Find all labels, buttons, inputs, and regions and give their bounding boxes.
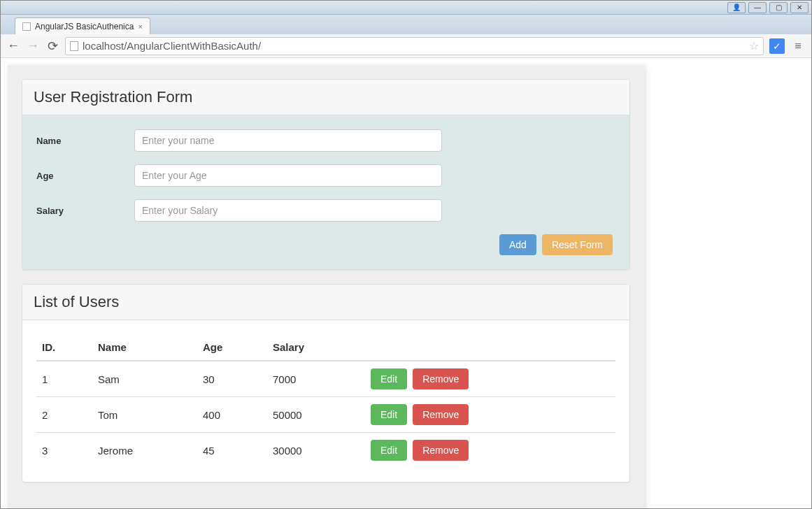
form-actions: Add Reset Form [36, 234, 615, 255]
cell-age: 30 [197, 361, 267, 397]
remove-button[interactable]: Remove [413, 404, 469, 425]
cell-age: 400 [197, 397, 267, 433]
registration-form: Name Age Salary Add Reset Form [22, 115, 629, 269]
cell-actions: EditRemove [365, 397, 615, 433]
cell-salary: 7000 [267, 361, 365, 397]
col-header-name: Name [92, 334, 197, 361]
site-icon [70, 41, 78, 51]
window-title-bar: 👤 — ▢ ✕ [1, 1, 811, 15]
edit-button[interactable]: Edit [371, 440, 407, 461]
edit-button[interactable]: Edit [371, 404, 407, 425]
cell-id: 3 [36, 433, 92, 468]
page-container: User Registration Form Name Age Salary [8, 65, 644, 508]
add-button[interactable]: Add [499, 234, 536, 255]
age-input[interactable] [134, 164, 442, 187]
remove-button[interactable]: Remove [413, 368, 469, 389]
user-icon[interactable]: 👤 [727, 2, 746, 13]
cell-salary: 30000 [267, 433, 365, 468]
cell-actions: EditRemove [365, 433, 615, 468]
reset-form-button[interactable]: Reset Form [542, 234, 613, 255]
cell-salary: 50000 [267, 397, 365, 433]
cell-id: 2 [36, 397, 92, 433]
maximize-button[interactable]: ▢ [769, 2, 788, 13]
hamburger-menu-icon[interactable]: ≡ [790, 38, 806, 54]
cell-id: 1 [36, 361, 92, 397]
nav-bar: ← → ⟳ localhost/AngularClientWithBasicAu… [1, 34, 811, 58]
cell-name: Jerome [92, 433, 197, 468]
edit-button[interactable]: Edit [371, 368, 407, 389]
browser-tab[interactable]: AngularJS BasicAuthenica × [15, 17, 150, 34]
users-list-title: List of Users [22, 285, 629, 320]
col-header-actions [365, 334, 615, 361]
col-header-salary: Salary [267, 334, 365, 361]
table-row: 1Sam307000EditRemove [36, 361, 615, 397]
address-bar[interactable]: localhost/AngularClientWithBasicAuth/ ☆ [65, 37, 764, 55]
form-row-name: Name [36, 129, 615, 152]
forward-button[interactable]: → [26, 39, 40, 53]
url-text: localhost/AngularClientWithBasicAuth/ [83, 40, 745, 52]
back-button[interactable]: ← [6, 39, 20, 53]
bookmark-star-icon[interactable]: ☆ [749, 39, 759, 52]
extension-button[interactable]: ✓ [769, 38, 785, 54]
tab-title: AngularJS BasicAuthenica [35, 22, 134, 31]
tab-strip: AngularJS BasicAuthenica × [1, 15, 811, 34]
col-header-age: Age [197, 334, 267, 361]
cell-actions: EditRemove [365, 361, 615, 397]
name-label: Name [36, 136, 134, 146]
cell-age: 45 [197, 433, 267, 468]
salary-input[interactable] [134, 199, 442, 222]
col-header-id: ID. [36, 334, 92, 361]
cell-name: Tom [92, 397, 197, 433]
page-viewport[interactable]: User Registration Form Name Age Salary [1, 58, 811, 508]
registration-panel: User Registration Form Name Age Salary [22, 79, 630, 270]
table-row: 3Jerome4530000EditRemove [36, 433, 615, 468]
close-window-button[interactable]: ✕ [790, 2, 809, 13]
form-row-age: Age [36, 164, 615, 187]
close-tab-icon[interactable]: × [138, 22, 142, 31]
users-table: ID. Name Age Salary 1Sam307000EditRemove… [36, 334, 615, 468]
users-list-panel: List of Users ID. Name Age Salary [22, 284, 630, 482]
table-row: 2Tom40050000EditRemove [36, 397, 615, 433]
form-row-salary: Salary [36, 199, 615, 222]
name-input[interactable] [134, 129, 442, 152]
salary-label: Salary [36, 206, 134, 216]
page-icon [22, 22, 31, 31]
registration-panel-title: User Registration Form [22, 80, 629, 115]
cell-name: Sam [92, 361, 197, 397]
remove-button[interactable]: Remove [413, 440, 469, 461]
browser-window: 👤 — ▢ ✕ AngularJS BasicAuthenica × ← → ⟳… [0, 0, 812, 509]
minimize-button[interactable]: — [748, 2, 767, 13]
users-list-body: ID. Name Age Salary 1Sam307000EditRemove… [22, 320, 629, 482]
age-label: Age [36, 171, 134, 181]
reload-button[interactable]: ⟳ [45, 39, 59, 53]
